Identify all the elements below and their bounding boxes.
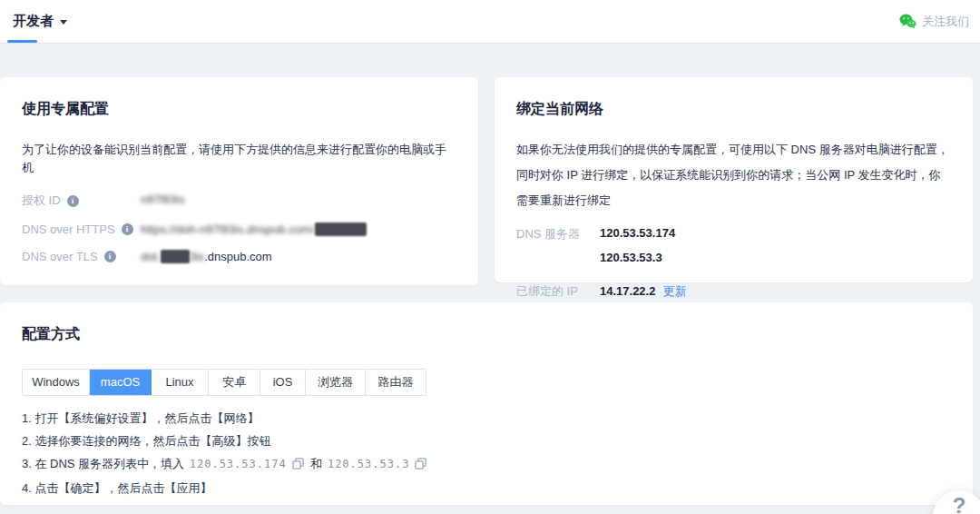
bound-ip-row: 已绑定的 IP 14.17.22.2更新 <box>516 283 951 300</box>
platform-tab-group: Windows macOS Linux 安卓 iOS 浏览器 路由器 <box>22 369 426 396</box>
dedicated-config-title: 使用专属配置 <box>22 100 456 119</box>
info-icon[interactable]: i <box>67 195 79 207</box>
config-step-2: 2. 选择你要连接的网络，然后点击【高级】按钮 <box>22 430 951 452</box>
dedicated-config-card: 使用专属配置 为了让你的设备能识别当前配置，请使用下方提供的信息来进行配置你的电… <box>0 77 478 285</box>
bound-ip-value: 14.17.22.2 <box>600 284 655 298</box>
config-steps-list: 1. 打开【系统偏好设置】，然后点击【网络】 2. 选择你要连接的网络，然后点击… <box>22 407 951 499</box>
config-method-card: 配置方式 Windows macOS Linux 安卓 iOS 浏览器 路由器 … <box>0 302 973 505</box>
tab-android[interactable]: 安卓 <box>209 370 260 395</box>
auth-id-row: 授权 ID i n97l93is <box>22 193 456 209</box>
doh-row: DNS over HTTPS i https://doh-n97l93is.dn… <box>22 222 456 236</box>
nav-title: 开发者 <box>13 13 54 30</box>
bind-network-description: 如果你无法使用我们的提供的专属配置，可使用以下 DNS 服务器对电脑进行配置，同… <box>516 137 951 213</box>
chevron-down-icon <box>60 20 67 25</box>
config-step-1: 1. 打开【系统偏好设置】，然后点击【网络】 <box>22 407 951 430</box>
dot-label: DNS over TLS <box>22 250 98 263</box>
tab-linux[interactable]: Linux <box>152 370 209 395</box>
dns-server-secondary: 120.53.53.3 <box>600 251 675 264</box>
tab-ios[interactable]: iOS <box>260 370 306 395</box>
doh-label: DNS over HTTPS <box>22 222 115 236</box>
dns-ip-2: 120.53.53.3 <box>328 458 409 470</box>
question-mark-icon: ? <box>953 490 966 514</box>
dns-servers-row: DNS 服务器 120.53.53.174 120.53.53.3 <box>516 226 951 264</box>
dns-servers-label: DNS 服务器 <box>516 226 580 242</box>
info-icon[interactable]: i <box>122 223 133 235</box>
config-method-title: 配置方式 <box>22 325 951 344</box>
auth-id-value: n97l93is <box>141 193 184 206</box>
tab-macos[interactable]: macOS <box>90 370 152 395</box>
dot-value: dot.n97l93is.dnspub.com <box>141 250 272 263</box>
top-navigation-bar: 开发者 关注我们 <box>0 0 980 43</box>
follow-us-label: 关注我们 <box>922 14 969 30</box>
auth-id-label: 授权 ID <box>22 193 61 209</box>
dot-row: DNS over TLS i dot.n97l93is.dnspub.com <box>22 250 456 263</box>
bind-network-title: 绑定当前网络 <box>516 100 951 119</box>
tab-router[interactable]: 路由器 <box>366 370 426 395</box>
doh-value: https://doh-n97l93is.dnspub.com/dns-quer… <box>141 222 367 236</box>
dedicated-config-description: 为了让你的设备能识别当前配置，请使用下方提供的信息来进行配置你的电脑或手机 <box>22 141 456 177</box>
config-step-3: 3. 在 DNS 服务器列表中，填入 120.53.53.174 和 120.5… <box>22 452 951 477</box>
main-content: 使用专属配置 为了让你的设备能识别当前配置，请使用下方提供的信息来进行配置你的电… <box>0 43 973 505</box>
config-step-4: 4. 点击【确定】，然后点击【应用】 <box>22 477 951 499</box>
wechat-icon <box>899 14 916 29</box>
dns-server-primary: 120.53.53.174 <box>600 226 675 240</box>
info-icon[interactable]: i <box>104 251 116 262</box>
active-tab-indicator <box>7 40 37 43</box>
update-ip-link[interactable]: 更新 <box>662 284 686 298</box>
dns-ip-1: 120.53.53.174 <box>190 458 287 470</box>
bind-network-card: 绑定当前网络 如果你无法使用我们的提供的专属配置，可使用以下 DNS 服务器对电… <box>495 77 973 282</box>
copy-icon[interactable] <box>415 454 426 477</box>
developer-dropdown[interactable]: 开发者 <box>13 13 67 30</box>
tab-browser[interactable]: 浏览器 <box>306 370 366 395</box>
follow-us-button[interactable]: 关注我们 <box>899 14 969 30</box>
tab-windows[interactable]: Windows <box>23 370 90 395</box>
copy-icon[interactable] <box>292 454 304 477</box>
bound-ip-label: 已绑定的 IP <box>516 283 578 300</box>
